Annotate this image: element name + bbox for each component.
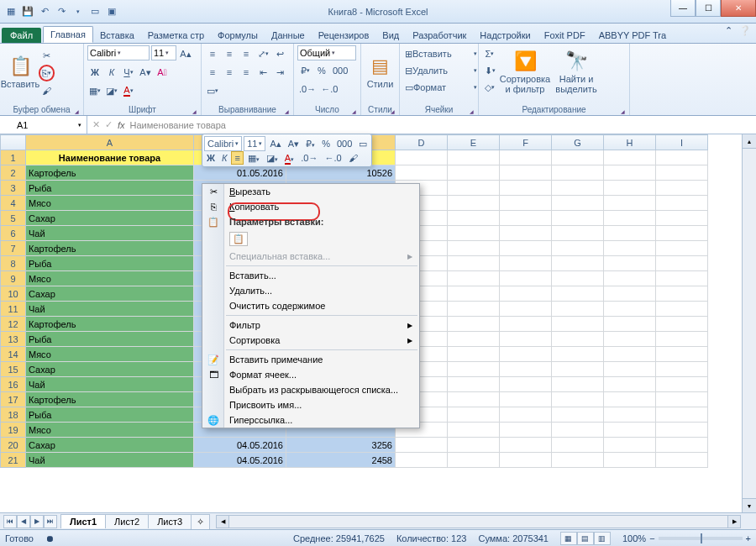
cell-G6[interactable] (552, 226, 604, 241)
cell-F18[interactable] (500, 407, 552, 423)
row-header-14[interactable]: 14 (1, 347, 26, 362)
name-box[interactable]: A1▾ (12, 116, 87, 134)
shrink-font-icon[interactable]: A▾ (138, 64, 153, 81)
cell-I1[interactable] (656, 150, 708, 165)
row-header-9[interactable]: 9 (1, 271, 26, 286)
tab-developer[interactable]: Разработчик (406, 28, 473, 43)
row-header-13[interactable]: 13 (1, 332, 26, 347)
mini-incdec-icon[interactable]: .0→ (298, 152, 320, 164)
cell-F19[interactable] (500, 423, 552, 438)
row-header-18[interactable]: 18 (1, 407, 26, 423)
inc-indent-icon[interactable]: ⇥ (272, 64, 287, 81)
row-header-15[interactable]: 15 (1, 362, 26, 377)
sheet-tab-3[interactable]: Лист3 (148, 514, 192, 528)
cell-A15[interactable]: Сахар (26, 362, 194, 377)
cell-E14[interactable] (448, 347, 500, 362)
print-preview-icon[interactable]: ▭ (87, 4, 102, 19)
help-button-icon[interactable]: ❔ (739, 25, 751, 36)
orientation-icon[interactable]: ⤢▾ (255, 45, 270, 62)
cell-A16[interactable]: Чай (26, 377, 194, 392)
cell-C20[interactable]: 3256 (286, 438, 396, 453)
view-pagebreak-icon[interactable]: ▥ (594, 532, 611, 545)
cell-F10[interactable] (500, 286, 552, 302)
cell-G16[interactable] (552, 377, 604, 392)
cell-G3[interactable] (552, 181, 604, 196)
cell-G17[interactable] (552, 392, 604, 407)
mini-currency-icon[interactable]: ₽▾ (303, 138, 318, 150)
fill-icon[interactable]: ⬇▾ (482, 62, 497, 79)
cell-G12[interactable] (552, 317, 604, 332)
cell-E18[interactable] (448, 407, 500, 423)
tab-data[interactable]: Данные (265, 28, 312, 43)
cell-E16[interactable] (448, 377, 500, 392)
row-header-4[interactable]: 4 (1, 196, 26, 211)
cell-F3[interactable] (500, 181, 552, 196)
italic-button[interactable]: К (104, 64, 119, 81)
vertical-scrollbar[interactable] (742, 134, 756, 512)
cell-A14[interactable]: Мясо (26, 347, 194, 362)
tab-file[interactable]: Файл (2, 28, 41, 43)
ctx-hyperlink[interactable]: 🌐Гиперссылка... (202, 412, 419, 428)
comma-icon[interactable]: 000 (331, 62, 349, 79)
align-left-icon[interactable]: ≡ (205, 64, 220, 81)
cell-F13[interactable] (500, 332, 552, 347)
wrap-text-icon[interactable]: ↩ (272, 45, 287, 62)
cell-A1[interactable]: Наименование товара (26, 150, 194, 165)
cut-button[interactable]: ✂ (39, 47, 55, 64)
cell-E6[interactable] (448, 226, 500, 241)
cell-A11[interactable]: Чай (26, 302, 194, 317)
mini-painter-icon[interactable]: 🖌 (346, 152, 360, 164)
cell-F20[interactable] (500, 438, 552, 453)
row-header-21[interactable]: 21 (1, 453, 26, 468)
cell-I21[interactable] (656, 453, 708, 468)
inc-decimal-icon[interactable]: .0→ (297, 81, 318, 97)
camera-icon[interactable]: ▣ (104, 4, 119, 19)
cell-E12[interactable] (448, 317, 500, 332)
tab-formulas[interactable]: Формулы (211, 28, 265, 43)
cell-A12[interactable]: Картофель (26, 317, 194, 332)
cell-I15[interactable] (656, 362, 708, 377)
cell-F1[interactable] (500, 150, 552, 165)
cell-F9[interactable] (500, 271, 552, 286)
sheet-nav-first-icon[interactable]: ⏮ (3, 515, 17, 528)
zoom-level[interactable]: 100% (622, 533, 646, 543)
col-header-D[interactable]: D (396, 135, 448, 150)
cell-I10[interactable] (656, 286, 708, 302)
cell-I3[interactable] (656, 181, 708, 196)
mini-shrink-font-icon[interactable]: A▾ (286, 138, 302, 150)
select-all-corner[interactable] (1, 135, 26, 150)
cell-A4[interactable]: Мясо (26, 196, 194, 211)
font-color-button[interactable]: А▾ (121, 82, 136, 99)
mini-fontcolor-icon[interactable]: А▾ (282, 152, 297, 164)
clear-icon[interactable]: ◇▾ (482, 79, 497, 96)
dec-indent-icon[interactable]: ⇤ (255, 64, 270, 81)
dec-decimal-icon[interactable]: ←.0 (319, 81, 339, 97)
ctx-comment[interactable]: 📝Вставить примечание (202, 352, 419, 367)
paste-button[interactable]: 📋Вставить (3, 45, 37, 99)
cell-E5[interactable] (448, 211, 500, 226)
cell-G2[interactable] (552, 165, 604, 181)
cell-F21[interactable] (500, 453, 552, 468)
cell-G1[interactable] (552, 150, 604, 165)
col-header-H[interactable]: H (604, 135, 656, 150)
clear-format-icon[interactable]: Aͣ (155, 64, 170, 81)
cell-E20[interactable] (448, 438, 500, 453)
fx-icon[interactable]: fx (118, 120, 125, 130)
zoom-out-icon[interactable]: − (649, 533, 654, 543)
paste-option-icon[interactable]: 📋 (229, 232, 248, 246)
tab-addins[interactable]: Надстройки (473, 28, 537, 43)
cell-G21[interactable] (552, 453, 604, 468)
ctx-pick-list[interactable]: Выбрать из раскрывающегося списка... (202, 382, 419, 397)
cell-A10[interactable]: Сахар (26, 286, 194, 302)
percent-icon[interactable]: % (314, 62, 329, 79)
row-header-3[interactable]: 3 (1, 181, 26, 196)
save-icon[interactable]: 💾 (20, 4, 35, 19)
ribbon-toggle-icon[interactable]: ⌃ (725, 25, 732, 36)
cell-H7[interactable] (604, 241, 656, 256)
tab-home[interactable]: Главная (43, 26, 93, 43)
col-header-G[interactable]: G (552, 135, 604, 150)
find-select-button[interactable]: 🔭Найти и выделить (553, 45, 600, 99)
cell-I17[interactable] (656, 392, 708, 407)
fill-color-button[interactable]: ◪▾ (104, 82, 119, 99)
row-header-10[interactable]: 10 (1, 286, 26, 302)
